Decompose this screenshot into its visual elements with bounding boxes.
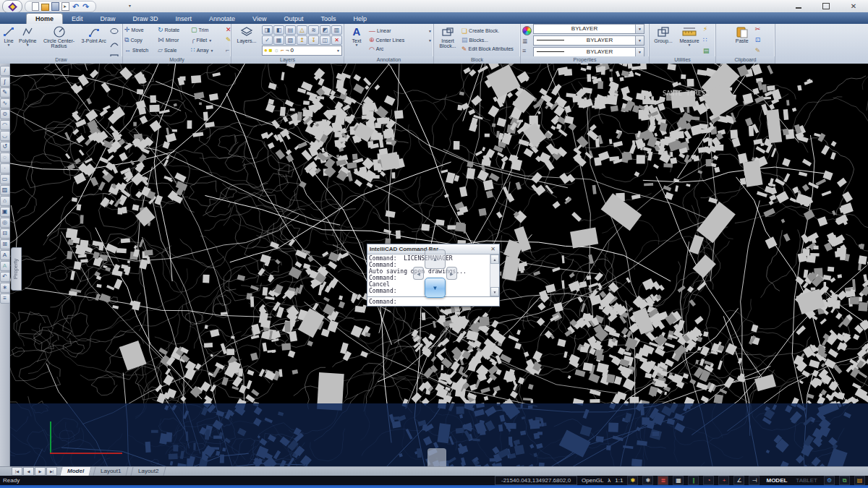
copy-button[interactable]: ⧉Copy bbox=[124, 35, 158, 46]
tab-view[interactable]: View bbox=[244, 14, 275, 24]
layer-delete-icon[interactable]: ✕ bbox=[331, 35, 342, 45]
measure-button[interactable]: Measure ▼ bbox=[677, 25, 702, 56]
new-file-icon[interactable] bbox=[31, 3, 39, 11]
rectangle-tool-icon[interactable]: ▭ bbox=[0, 174, 10, 184]
mtext-tool-icon[interactable]: A bbox=[0, 261, 10, 271]
snap-toggle-icon[interactable]: ⊣ bbox=[749, 476, 760, 485]
erase-icon[interactable]: ✕ bbox=[226, 27, 231, 33]
rotate-button[interactable]: ↻Rotate bbox=[158, 25, 191, 35]
ellipse-tool-icon[interactable]: ◌ bbox=[0, 153, 10, 163]
open-file-icon[interactable] bbox=[41, 3, 49, 11]
explode-icon[interactable]: ⌐ bbox=[226, 47, 231, 53]
undo-tool-icon[interactable]: ↶ bbox=[0, 272, 10, 282]
tab-layout2[interactable]: Layout2 bbox=[130, 467, 166, 476]
command-scrollbar[interactable]: ▲ ▼ bbox=[490, 254, 499, 296]
blocks-button[interactable]: ▤Blocks... bbox=[461, 36, 519, 45]
layer-tool-icon[interactable]: ≋ bbox=[308, 25, 319, 35]
array-button[interactable]: ∷Array▼ bbox=[191, 46, 224, 56]
settings-gear-icon[interactable]: ⚙ bbox=[824, 476, 835, 485]
quick-calc-icon[interactable]: ⚡ bbox=[703, 26, 710, 33]
linetype-combo[interactable]: BYLAYER ▼ bbox=[533, 47, 644, 57]
layer-select-combo[interactable]: ● ■ ☼ ⌐ ¬ 0 ▼ bbox=[262, 46, 342, 56]
sketch-tool-icon[interactable]: ✎ bbox=[0, 87, 10, 98]
polyline-tool-icon[interactable]: ʃ bbox=[0, 77, 10, 87]
edit-block-attributes-button[interactable]: ✎Edit Block Attributes bbox=[461, 45, 519, 53]
tab-insert[interactable]: Insert bbox=[167, 14, 201, 24]
layer-tool-icon[interactable]: ▧ bbox=[285, 35, 296, 45]
pan-left-button[interactable]: ◀ bbox=[413, 267, 424, 280]
calculator-icon[interactable]: ∷ bbox=[703, 37, 710, 43]
last-tab-button[interactable]: ▶| bbox=[46, 467, 57, 476]
lineweight-combo[interactable]: BYLAYER ▼ bbox=[533, 35, 644, 46]
region-tool-icon[interactable]: ▣ bbox=[0, 207, 10, 217]
insert-block-button[interactable]: Insert Block... bbox=[435, 25, 460, 56]
layer-tool-icon[interactable]: ◫ bbox=[320, 35, 331, 45]
text-button[interactable]: A Text ▼ bbox=[346, 25, 367, 56]
group-button[interactable]: Group... bbox=[651, 25, 676, 56]
chevron-down-icon[interactable]: ▼ bbox=[635, 36, 644, 45]
layer-tool-icon[interactable]: ▥ bbox=[331, 25, 342, 35]
tab-home[interactable]: Home bbox=[26, 13, 63, 24]
format-painter-icon[interactable]: ✎ bbox=[755, 48, 761, 54]
point-tool-icon[interactable]: · bbox=[0, 163, 10, 174]
mirror-button[interactable]: ⋈Mirror bbox=[158, 35, 191, 46]
scale-display[interactable]: 1:1 bbox=[615, 477, 623, 484]
tab-layout1[interactable]: Layout1 bbox=[93, 467, 129, 476]
circle-center-radius-button[interactable]: Circle Center-Radius bbox=[40, 25, 79, 56]
revcloud-tool-icon[interactable]: ↺ bbox=[0, 142, 10, 152]
copy-clipboard-icon[interactable]: ⊡ bbox=[755, 37, 761, 43]
chevron-down-icon[interactable]: ▼ bbox=[635, 25, 644, 33]
scale-button[interactable]: ▱Scale bbox=[158, 46, 191, 56]
arc-tool-icon[interactable] bbox=[109, 38, 119, 51]
tab-annotate[interactable]: Annotate bbox=[200, 14, 244, 24]
notification-icon[interactable]: ▤ bbox=[854, 476, 865, 485]
stretch-button[interactable]: ↔Stretch bbox=[124, 46, 158, 56]
prev-tab-button[interactable]: ◀ bbox=[23, 467, 34, 476]
layer-tool-icon[interactable]: ▤ bbox=[285, 25, 296, 35]
esnap-toggle-icon[interactable]: ✱ bbox=[627, 476, 638, 485]
tablet-toggle[interactable]: TABLET bbox=[793, 477, 820, 484]
model-toggle[interactable]: MODEL bbox=[764, 477, 789, 484]
tab-draw[interactable]: Draw bbox=[92, 14, 124, 24]
minimize-button[interactable] bbox=[790, 1, 807, 11]
pan-down-button[interactable]: ▼ bbox=[425, 278, 446, 298]
layer-tool-icon[interactable]: ✓ bbox=[262, 35, 273, 45]
close-icon[interactable]: ✕ bbox=[489, 246, 497, 252]
cascade-windows-icon[interactable]: ⧉ bbox=[839, 476, 850, 485]
qat-customize-caret-icon[interactable]: ▾ bbox=[129, 3, 131, 8]
layer-tool-icon[interactable]: ↥ bbox=[297, 35, 307, 45]
close-button[interactable]: ✕ bbox=[845, 1, 862, 11]
cut-icon[interactable]: ✂ bbox=[755, 26, 761, 33]
paste-button[interactable]: Paste bbox=[731, 25, 754, 56]
tab-output[interactable]: Output bbox=[275, 14, 312, 24]
layer-tool-icon[interactable]: ◩ bbox=[320, 25, 331, 35]
spline-tool-icon[interactable]: ∿ bbox=[0, 98, 10, 108]
linetype-icon[interactable]: ≡ bbox=[522, 48, 532, 54]
restore-button[interactable] bbox=[817, 1, 835, 11]
tab-edit[interactable]: Edit bbox=[63, 14, 92, 24]
rectangle-tool-icon[interactable] bbox=[109, 51, 119, 56]
insert-tool-icon[interactable]: ⊟ bbox=[0, 228, 10, 239]
arc-tool-icon[interactable]: ◠ bbox=[0, 120, 10, 130]
arc2-tool-icon[interactable]: ◡ bbox=[0, 131, 10, 141]
arc-dimension-button[interactable]: ◠Arc bbox=[369, 45, 432, 53]
properties-panel-tab[interactable]: Property bbox=[11, 247, 22, 291]
line-button[interactable]: Line ▼ bbox=[1, 25, 16, 56]
polyline-button[interactable]: Polyline ▼ bbox=[17, 25, 38, 56]
polar-toggle-icon[interactable]: ◔ bbox=[703, 476, 714, 485]
chevron-down-icon[interactable]: ▼ bbox=[635, 48, 644, 56]
layer-tool-icon[interactable]: ◧ bbox=[273, 25, 284, 35]
layers-button[interactable]: Layers... bbox=[233, 25, 260, 56]
ellipse-tool-icon[interactable] bbox=[109, 25, 119, 38]
lineweight-toggle-icon[interactable]: ≣ bbox=[658, 476, 668, 485]
fillet-button[interactable]: ╭Fillet▼ bbox=[191, 35, 224, 46]
undo-icon[interactable]: ↶ bbox=[72, 3, 80, 11]
trim-button[interactable]: ▢Trim bbox=[191, 25, 224, 35]
move-button[interactable]: ✛Move bbox=[124, 25, 158, 35]
id-point-icon[interactable]: ▤ bbox=[703, 48, 710, 54]
pan-right-button[interactable]: ▶ bbox=[446, 267, 457, 280]
linear-dimension-button[interactable]: —Linear▼ bbox=[369, 27, 432, 35]
tab-model[interactable]: Model bbox=[60, 467, 92, 476]
application-menu-button[interactable] bbox=[2, 0, 22, 13]
text-tool-icon[interactable]: A bbox=[0, 250, 10, 260]
